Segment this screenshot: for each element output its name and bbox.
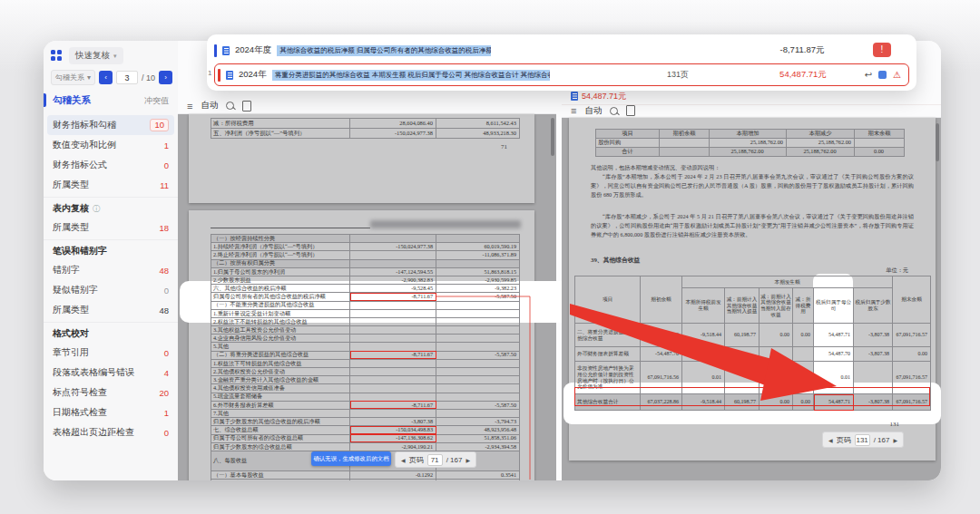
table-row: 二、将重分类进损益的其他综合收益-54,487.70-9,518.4460,19… — [575, 324, 931, 347]
info-icon[interactable]: ⓘ — [93, 204, 100, 214]
pager-prev-icon[interactable]: ◀ — [401, 457, 406, 463]
redacted-title-line — [211, 228, 370, 228]
document-icon[interactable] — [242, 101, 251, 112]
table-row: 4.其他债权投资信用减值准备 — [211, 384, 520, 393]
sidebar-group: 格式校对章节引用0段落或表格编号错误4标点符号检查20日期格式检查1表格超出页边… — [44, 322, 178, 444]
sidebar-item[interactable]: 错别字48 — [44, 260, 178, 280]
conflict-column-header: 冲突值 — [144, 95, 169, 107]
relation-filter-dropdown[interactable]: 勾稽关系 ▾ — [51, 70, 95, 85]
rule-row-1[interactable]: 2024年度 其他综合收益的税后净额 归属母公司所有者的其他综合收益的税后净额 … — [214, 39, 909, 62]
copy-icon[interactable] — [878, 71, 887, 79]
table-row: 2.权益法下不能转损益的其他综合收益 — [211, 317, 520, 325]
table-row: （二）稀释每股收益-0.12900.3541 — [211, 480, 520, 480]
sidebar-item-label: 所属类型 — [53, 221, 159, 234]
table-row: 3.金融资产重分类计入其他综合收益的金额 — [211, 376, 520, 384]
rule-page-ref: 131页 — [667, 69, 689, 81]
conflict-count: 1 — [164, 408, 169, 418]
pager-prev-icon[interactable]: ◀ — [828, 437, 833, 443]
table-row: 股份回购25,188,762.0025,188,762.00 — [596, 139, 905, 148]
rule-value: 54,487.71元 — [760, 69, 847, 81]
left-scrollbar-thumb[interactable] — [551, 118, 554, 156]
pager-next-icon[interactable]: ▶ — [893, 437, 897, 443]
sidebar-item[interactable]: 表格超出页边距检查0 — [44, 422, 178, 442]
table-row: 3.其他权益工具投资公允价值变动 — [211, 326, 520, 335]
conflict-count: 10 — [150, 119, 169, 131]
sidebar-group-header: 笔误和错别字 — [44, 242, 178, 260]
pager-next-icon[interactable]: ▶ — [466, 457, 470, 463]
table-row: 其他综合收益合计67,037,228.86-9,518.4460,198.770… — [575, 394, 931, 411]
undo-icon[interactable]: ↩ — [865, 70, 872, 80]
quick-review-dropdown[interactable]: 快速复核 ▾ — [69, 47, 123, 64]
pdf-page-72: （一）按经营持续性分类1.持续经营净利润（净亏损以“—”号填列）-150,024… — [189, 210, 534, 480]
sidebar-item[interactable]: 财务指标和勾稽10 — [47, 115, 174, 135]
search-icon[interactable] — [610, 107, 618, 115]
error-flag-button[interactable]: ! — [873, 43, 891, 57]
active-section-bar — [44, 93, 46, 107]
right-page-pager[interactable]: ◀ 页码 131 / 167 ▶ — [822, 432, 904, 448]
warning-icon[interactable]: ⚠ — [893, 70, 901, 80]
sidebar-item[interactable]: 章节引用0 — [44, 343, 178, 363]
menu-icon[interactable]: ≡ — [187, 101, 192, 112]
search-icon[interactable] — [226, 102, 234, 110]
sidebar-item-label: 标点符号检查 — [53, 386, 159, 399]
prev-page-button[interactable]: ‹ — [99, 71, 113, 84]
sidebar-item-label: 财务指标和勾稽 — [53, 119, 150, 131]
table-header-row: 项目期初余额本期增加本期减少期末余额 — [596, 130, 905, 139]
confirm-generate-button[interactable]: 确认无误，生成修改后的文档 — [311, 451, 391, 466]
pdf-page-71: 减：所得税费用28,604,086.408,611,542.43五、净利润（净亏… — [189, 114, 534, 203]
auto-mode-label[interactable]: 自动 — [201, 100, 218, 112]
conflict-count: 48 — [159, 266, 169, 276]
conflict-count: 4 — [164, 368, 169, 378]
table-row: 非投资性房地产转换为采用公允价值计量的投资性房地产时（按执行日）公允价值为准67… — [575, 362, 931, 394]
sidebar-item[interactable]: 所属类型48 — [44, 300, 178, 320]
other-comprehensive-income-table: 项目期初余额本期发生额期末余额本期所得税前发生额减：前期计入其他综合收益当期转入… — [574, 276, 931, 411]
document-icon — [571, 92, 578, 101]
sidebar-item[interactable]: 所属类型11 — [44, 175, 178, 195]
conflict-count: 18 — [159, 223, 169, 233]
table-row: 六、其他综合收益的税后净额-9,528.45-9,382.23 — [211, 285, 520, 293]
pdf-page-131: 项目期初余额本期增加本期减少期末余额股份回购25,188,762.0025,18… — [569, 118, 936, 461]
rule-color-bar — [218, 69, 220, 82]
treasury-stock-table: 项目期初余额本期增加本期减少期末余额股份回购25,188,762.0025,18… — [595, 129, 905, 157]
sidebar-item[interactable]: 财务指标公式0 — [44, 155, 178, 175]
pager-label: 页码 — [837, 435, 851, 445]
rule-highlighted-text: 将重分类进损益的其他综合收益 本期发生额 税后归属于母公司 其他综合收益合计 其… — [272, 70, 550, 81]
page-total-label: / 10 — [142, 73, 155, 82]
sidebar-group: 表内复核ⓘ所属类型18 — [44, 197, 178, 239]
sidebar-item-label: 财务指标公式 — [53, 159, 164, 171]
sidebar-item-label: 数值变动和比例 — [53, 139, 164, 151]
app-switcher-icon[interactable] — [51, 50, 63, 62]
page-input[interactable]: 3 — [116, 71, 138, 84]
pager-input[interactable]: 131 — [855, 434, 870, 446]
conflict-count: 11 — [160, 180, 169, 190]
auto-mode-label[interactable]: 自动 — [584, 105, 602, 117]
rule-row-2-selected[interactable]: 2024年 将重分类进损益的其他综合收益 本期发生额 税后归属于母公司 其他综合… — [214, 63, 909, 86]
sidebar-item[interactable]: 日期格式检查1 — [44, 402, 178, 422]
table-row: 6.外币财务报表折算差额-8,711.67-5,587.50 — [211, 401, 520, 409]
document-icon[interactable] — [626, 105, 635, 116]
menu-icon[interactable]: ≡ — [571, 105, 576, 116]
table-row: 2.其他债权投资公允价值变动 — [211, 368, 520, 376]
document-icon — [226, 71, 233, 80]
income-statement-table: （一）按经营持续性分类1.持续经营净利润（净亏损以“—”号填列）-150,024… — [211, 234, 520, 480]
right-document-panel: 54,487.71元 ≡ 自动 项目期初余额本期增加本期减少期末余额股份回购25… — [562, 41, 941, 480]
rule-year: 2024年 — [239, 69, 267, 81]
pager-input[interactable]: 71 — [427, 454, 443, 466]
page-number: 71 — [501, 143, 507, 150]
pager-total: / 167 — [874, 436, 890, 444]
table-row: 减：所得税费用28,604,086.408,611,542.43 — [211, 119, 520, 129]
right-scrollbar-thumb[interactable] — [936, 123, 939, 161]
sidebar-item[interactable]: 标点符号检查20 — [44, 383, 178, 402]
table-row: 1.持续经营净利润（净亏损以“—”号填列）-150,024,977.3860,0… — [211, 243, 520, 251]
left-page-pager[interactable]: ◀ 页码 71 / 167 ▶ — [395, 451, 476, 468]
sidebar-item[interactable]: 数值变动和比例1 — [44, 135, 178, 155]
rule-highlighted-text: 其他综合收益的税后净额 归属母公司所有者的其他综合收益的税后净额 合并 — [277, 45, 491, 56]
conflict-index: 1 — [208, 69, 211, 77]
sidebar-item[interactable]: 疑似错别字0 — [44, 280, 178, 300]
table-row: 7.其他 — [211, 409, 520, 417]
unit-label: 单位：元 — [886, 266, 908, 275]
sidebar-item[interactable]: 所属类型18 — [44, 218, 178, 238]
next-page-button[interactable]: › — [159, 71, 172, 84]
table-row: 1.权益法下可转损益的其他综合收益 — [211, 359, 520, 367]
sidebar-item[interactable]: 段落或表格编号错误4 — [44, 363, 178, 383]
